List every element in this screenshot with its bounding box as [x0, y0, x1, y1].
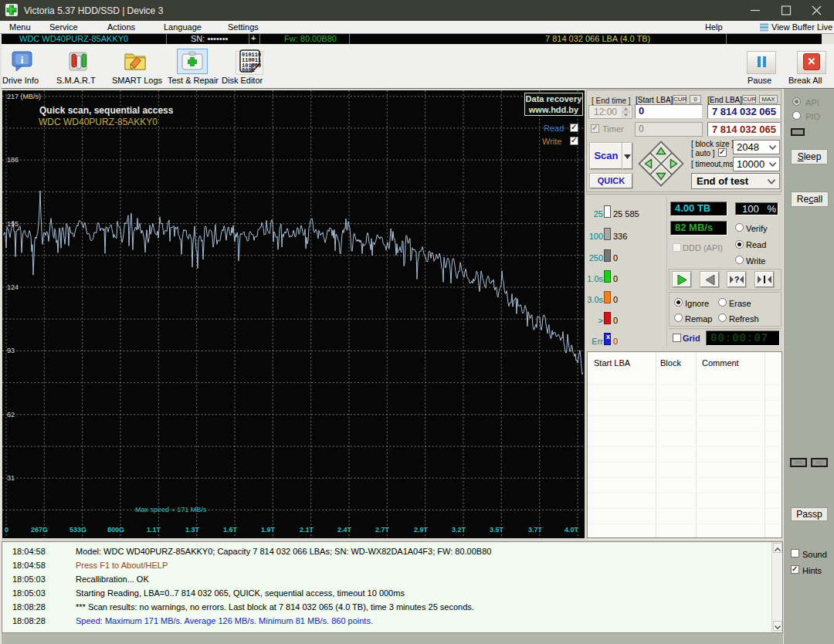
svg-text:i: i — [21, 54, 24, 66]
svg-text:0001: 0001 — [242, 67, 255, 73]
svg-text:?: ? — [734, 275, 740, 284]
